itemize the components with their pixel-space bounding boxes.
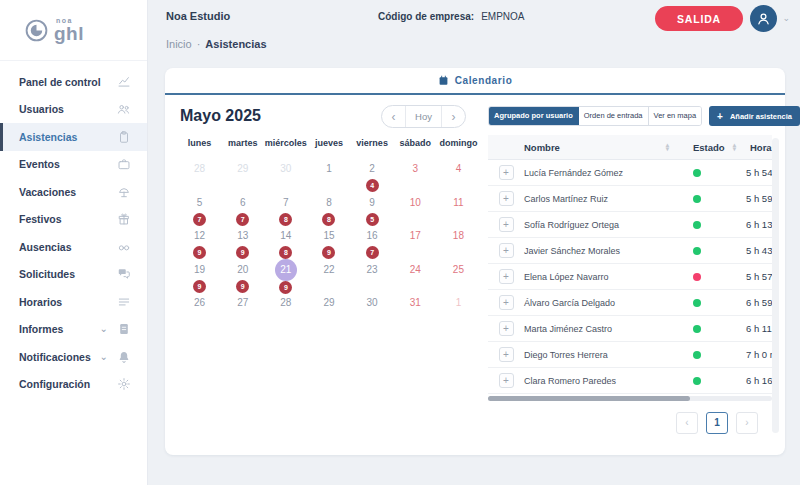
user-avatar[interactable] (750, 5, 777, 32)
calendar-day-cell[interactable]: 22 (307, 259, 350, 293)
calendar-day-cell[interactable]: 159 (307, 225, 350, 259)
calendar-day-cell[interactable]: 129 (178, 225, 221, 259)
chevron-down-icon[interactable]: ⌄ (782, 13, 790, 23)
attendance-count-badge[interactable]: 8 (279, 246, 292, 259)
attendance-count-badge[interactable]: 7 (366, 246, 379, 259)
sort-down-icon[interactable]: ▾ (733, 147, 736, 152)
entry-order-button[interactable]: Orden de entrada (579, 107, 649, 125)
sidebar-item-notificaciones[interactable]: Notificaciones⌄ (0, 343, 147, 371)
expand-row-button[interactable]: + (499, 191, 514, 206)
column-nombre[interactable]: Nombre ▴▾ (524, 142, 678, 153)
table-header: Nombre ▴▾ Estado ▴▾ Horas (488, 135, 772, 160)
attendance-count-badge[interactable]: 9 (193, 280, 206, 293)
prev-month-button[interactable]: ‹ (382, 106, 405, 127)
calendar-day-cell[interactable]: 67 (221, 192, 264, 226)
expand-row-button[interactable]: + (499, 217, 514, 232)
calendar-day-cell[interactable]: 95 (351, 192, 394, 226)
attendance-count-badge[interactable]: 8 (322, 213, 335, 226)
calendar-day-cell[interactable]: 219 (264, 259, 307, 293)
attendance-count-badge[interactable]: 7 (193, 213, 206, 226)
today-button[interactable]: Hoy (405, 106, 442, 127)
expand-row-button[interactable]: + (499, 295, 514, 310)
calendar-day-cell[interactable]: 57 (178, 192, 221, 226)
scrollbar-thumb[interactable] (488, 396, 690, 401)
calendar-day-cell[interactable]: 4 (437, 158, 480, 192)
calendar-day-cell[interactable]: 30 (351, 292, 394, 326)
expand-row-button[interactable]: + (499, 321, 514, 336)
sort-icon[interactable]: ▴▾ (733, 143, 736, 152)
sidebar-item-festivos[interactable]: Festivos (0, 206, 147, 234)
calendar-day-cell[interactable]: 78 (264, 192, 307, 226)
sort-down-icon[interactable]: ▾ (666, 147, 669, 152)
column-horas[interactable]: Horas (745, 142, 772, 153)
calendar-day-cell[interactable]: 30 (264, 158, 307, 192)
sidebar-item-configuracion[interactable]: Configuración (0, 371, 147, 399)
calendar-day-cell[interactable]: 29 (307, 292, 350, 326)
calendar-day-cell[interactable]: 199 (178, 259, 221, 293)
sidebar-item-vacaciones[interactable]: Vacaciones (0, 178, 147, 206)
calendar-day-cell[interactable]: 31 (394, 292, 437, 326)
sidebar-item-informes[interactable]: Informes⌄ (0, 316, 147, 344)
vertical-scrollbar-track[interactable] (772, 138, 779, 433)
calendar-day-cell[interactable]: 26 (178, 292, 221, 326)
attendance-count-badge[interactable]: 9 (236, 246, 249, 259)
calendar-day-number: 12 (189, 228, 211, 243)
calendar-day-cell[interactable]: 28 (264, 292, 307, 326)
employee-name: Elena López Navarro (524, 272, 678, 282)
sidebar-item-usuarios[interactable]: Usuarios (0, 96, 147, 124)
horizontal-scrollbar[interactable] (488, 396, 772, 401)
chevron-down-icon: ⌄ (100, 324, 108, 334)
calendar-day-cell[interactable]: 3 (394, 158, 437, 192)
next-month-button[interactable]: › (442, 106, 465, 127)
expand-row-button[interactable]: + (499, 347, 514, 362)
expand-row-button[interactable]: + (499, 165, 514, 180)
calendar-day-cell[interactable]: 167 (351, 225, 394, 259)
calendar-day-cell[interactable]: 24 (351, 158, 394, 192)
current-page-button[interactable]: 1 (706, 412, 728, 434)
calendar-day-cell[interactable]: 27 (221, 292, 264, 326)
attendance-count-badge[interactable]: 5 (366, 213, 379, 226)
prev-page-button[interactable]: ‹ (676, 412, 698, 434)
add-attendance-button[interactable]: + Añadir asistencia (709, 106, 800, 126)
view-map-button[interactable]: Ver en mapa (649, 107, 702, 125)
calendar-day-cell[interactable]: 1 (307, 158, 350, 192)
calendar-day-cell[interactable]: 1 (437, 292, 480, 326)
sidebar-item-solicitudes[interactable]: Solicitudes (0, 261, 147, 289)
column-estado[interactable]: Estado ▴▾ (678, 142, 745, 153)
sidebar-item-eventos[interactable]: Eventos (0, 151, 147, 179)
sidebar-item-ausencias[interactable]: Ausencias (0, 233, 147, 261)
attendance-count-badge[interactable]: 9 (193, 246, 206, 259)
expand-row-button[interactable]: + (499, 269, 514, 284)
calendar-day-cell[interactable]: 24 (394, 259, 437, 293)
sidebar-item-label: Festivos (19, 213, 117, 225)
calendar-day-cell[interactable]: 18 (437, 225, 480, 259)
calendar-day-cell[interactable]: 148 (264, 225, 307, 259)
attendance-count-badge[interactable]: 8 (279, 213, 292, 226)
attendance-count-badge[interactable]: 7 (236, 213, 249, 226)
calendar-day-cell[interactable]: 10 (394, 192, 437, 226)
sort-icon[interactable]: ▴▾ (666, 143, 669, 152)
sidebar-item-horarios[interactable]: Horarios (0, 288, 147, 316)
table-row: +Javier Sánchez Morales5 h 43 (488, 238, 772, 264)
calendar-day-cell[interactable]: 28 (178, 158, 221, 192)
tab-calendario[interactable]: Calendario (438, 75, 513, 86)
next-page-button[interactable]: › (736, 412, 758, 434)
breadcrumb-home[interactable]: Inicio (166, 38, 192, 50)
calendar-day-cell[interactable]: 17 (394, 225, 437, 259)
logout-button[interactable]: SALIDA (655, 6, 743, 31)
calendar-day-cell[interactable]: 29 (221, 158, 264, 192)
sidebar-item-asistencias[interactable]: Asistencias (0, 123, 147, 151)
calendar-day-cell[interactable]: 23 (351, 259, 394, 293)
attendance-count-badge[interactable]: 9 (236, 280, 249, 293)
calendar-day-cell[interactable]: 25 (437, 259, 480, 293)
expand-row-button[interactable]: + (499, 373, 514, 388)
calendar-day-cell[interactable]: 209 (221, 259, 264, 293)
calendar-day-cell[interactable]: 88 (307, 192, 350, 226)
attendance-count-badge[interactable]: 4 (366, 179, 379, 192)
expand-row-button[interactable]: + (499, 243, 514, 258)
calendar-day-cell[interactable]: 139 (221, 225, 264, 259)
attendance-count-badge[interactable]: 9 (322, 246, 335, 259)
sidebar-item-panel-de-control[interactable]: Panel de control (0, 68, 147, 96)
calendar-day-cell[interactable]: 11 (437, 192, 480, 226)
group-by-user-button[interactable]: Agrupado por usuario (489, 107, 579, 125)
